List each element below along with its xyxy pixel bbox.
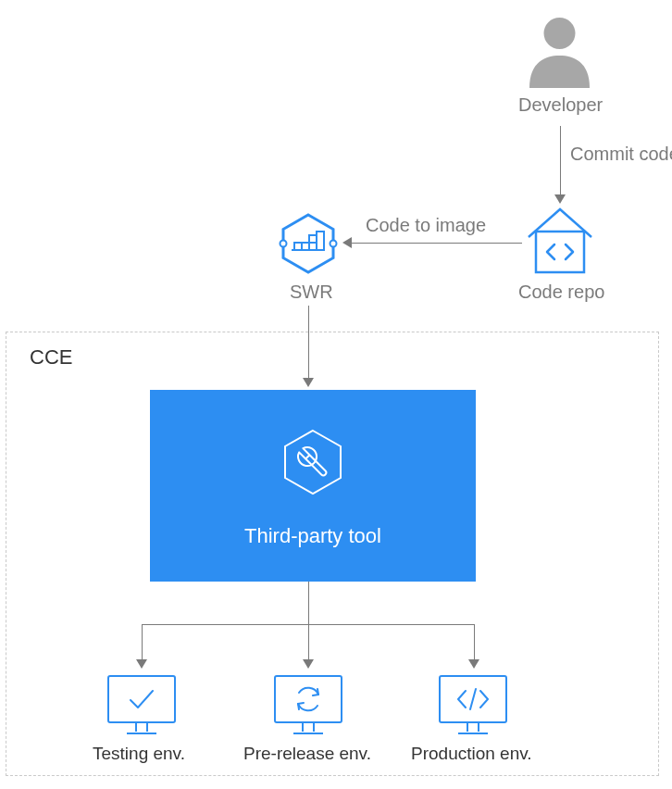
developer-label: Developer: [518, 94, 603, 116]
third-party-tool-label: Third-party tool: [150, 524, 476, 548]
svg-rect-12: [108, 676, 175, 722]
svg-marker-11: [285, 431, 341, 494]
production-env-icon: [436, 672, 510, 737]
svg-rect-6: [302, 243, 309, 250]
pre-release-env-icon: [271, 672, 345, 737]
testing-env-icon: [105, 672, 179, 737]
commit-code-label: Commit code: [570, 144, 672, 165]
developer-icon: [525, 14, 594, 88]
svg-rect-5: [294, 243, 302, 250]
svg-line-24: [470, 689, 476, 709]
arrow-branch-left: [142, 624, 143, 661]
arrow-commit-code-head: [554, 194, 566, 204]
third-party-tool-block: Third-party tool: [150, 390, 476, 582]
swr-label: SWR: [290, 282, 333, 303]
arrow-commit-code: [560, 126, 561, 197]
arrow-code-to-image-head: [342, 237, 352, 248]
arrow-swr-to-tool-head: [303, 378, 314, 387]
svg-rect-9: [317, 232, 324, 250]
arrow-branch-right-head: [468, 659, 479, 669]
testing-env-label: Testing env.: [93, 744, 185, 764]
pre-release-env-label: Pre-release env.: [243, 744, 371, 764]
arrow-swr-to-tool: [308, 306, 309, 380]
production-env-label: Production env.: [411, 744, 532, 764]
svg-rect-1: [536, 232, 584, 272]
arrow-branch-mid: [308, 624, 309, 661]
arrow-code-to-image: [350, 243, 522, 244]
svg-point-3: [280, 241, 287, 247]
arrow-tool-stem: [308, 582, 309, 624]
svg-point-0: [544, 18, 576, 49]
diagram-canvas: Developer Commit code Code repo Code to …: [0, 0, 672, 789]
code-repo-icon: [523, 204, 597, 278]
svg-rect-16: [275, 676, 342, 722]
svg-rect-8: [309, 235, 317, 243]
svg-rect-7: [309, 243, 317, 250]
arrow-branch-right: [474, 624, 475, 661]
arrow-branch-left-head: [136, 659, 147, 669]
cce-label: CCE: [30, 345, 72, 369]
code-to-image-label: Code to image: [366, 215, 486, 236]
svg-point-4: [330, 241, 337, 247]
code-repo-label: Code repo: [518, 282, 604, 303]
wrench-icon: [276, 425, 350, 503]
arrow-branch-mid-head: [303, 659, 314, 669]
swr-icon: [276, 211, 341, 276]
